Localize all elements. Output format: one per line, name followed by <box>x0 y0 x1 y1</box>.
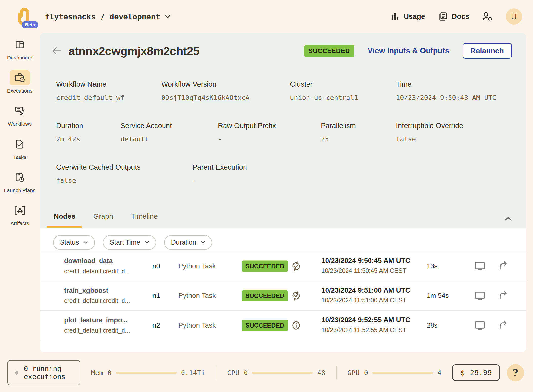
status-badge: SUCCEEDED <box>304 45 354 57</box>
chevron-down-icon <box>165 15 171 19</box>
tab-graph[interactable]: Graph <box>93 212 113 228</box>
monitor-icon <box>474 261 485 271</box>
table-row[interactable]: download_data credit_default.credit_d...… <box>40 251 526 281</box>
node-duration: 13s <box>427 262 438 270</box>
rerun-button[interactable] <box>498 291 508 301</box>
resource-meters: Mem 0 0.14Ti CPU 0 48 GPU 0 4 <box>80 366 452 379</box>
node-id: n1 <box>152 292 160 300</box>
avatar[interactable]: U <box>506 8 522 25</box>
filter-duration[interactable]: Duration <box>164 235 212 250</box>
beta-badge: Beta <box>22 21 38 28</box>
sidebar-label: Launch Plans <box>4 187 35 193</box>
status-badge: SUCCEEDED <box>242 290 288 301</box>
meta-duration: Duration 2m 42s <box>56 122 83 143</box>
bar-chart-icon <box>391 12 400 21</box>
sidebar-item-executions[interactable]: Executions <box>1 70 38 94</box>
node-id: n0 <box>152 262 160 270</box>
sidebar-label: Executions <box>7 88 33 94</box>
workflows-icon <box>10 103 30 118</box>
node-name-link[interactable]: plot_feature_impo... <box>64 316 128 324</box>
docs-button[interactable]: Docs <box>438 12 469 21</box>
currency-symbol: $ <box>460 369 465 377</box>
running-status-dot <box>15 371 18 375</box>
meta-parent-execution: Parent Execution - <box>192 163 247 184</box>
meta-row-2: Duration 2m 42s Service Account default … <box>40 122 526 149</box>
sidebar-item-workflows[interactable]: Workflows <box>1 103 38 127</box>
logs-button[interactable] <box>474 261 485 271</box>
node-type: Python Task <box>178 321 216 329</box>
workflow-version-link[interactable]: 09sjT10qTq4sK16kAOtxcA <box>161 94 250 101</box>
sidebar-item-artifacts[interactable]: Artifacts <box>1 203 38 226</box>
sidebar: Dashboard Executions Workflows <box>0 37 40 226</box>
docs-label: Docs <box>452 12 469 20</box>
node-start-local: 10/23/2024 11:50:45 AM CEST <box>321 267 406 274</box>
breadcrumb[interactable]: flytesnacks / development <box>45 12 171 21</box>
node-filters: Status Start Time Duration <box>40 228 526 251</box>
sidebar-item-dashboard[interactable]: Dashboard <box>1 37 38 61</box>
filter-start-time[interactable]: Start Time <box>103 235 156 250</box>
meta-workflow-version: Workflow Version 09sjT10qTq4sK16kAOtxcA <box>161 80 250 101</box>
topbar-actions: Usage Docs U <box>391 8 522 25</box>
union-logo[interactable]: Beta <box>12 5 35 28</box>
sidebar-label: Tasks <box>13 154 26 160</box>
view-inputs-outputs-link[interactable]: View Inputs & Outputs <box>368 46 449 55</box>
tab-nodes[interactable]: Nodes <box>54 212 76 228</box>
execution-detail-card: atnnx2cwgmjx8m2cht25 SUCCEEDED View Inpu… <box>40 33 526 352</box>
sidebar-label: Dashboard <box>7 55 33 61</box>
node-table: download_data credit_default.credit_d...… <box>40 251 526 352</box>
help-button[interactable]: ? <box>507 364 524 381</box>
monitor-icon <box>474 320 485 330</box>
nodes-panel: Status Start Time Duration download <box>40 228 526 352</box>
meta-row-1: Workflow Name credit_default_wf Workflow… <box>40 80 526 108</box>
sidebar-label: Artifacts <box>10 220 29 226</box>
table-footer-spacer <box>40 340 526 352</box>
node-start-local: 10/23/2024 11:52:55 AM CEST <box>321 326 406 333</box>
meta-interruptible-override: Interruptible Override false <box>396 122 463 143</box>
monitor-icon <box>474 291 485 301</box>
tab-bar: Nodes Graph Timeline <box>40 206 526 228</box>
node-start-utc: 10/23/2024 9:50:45 AM UTC <box>321 257 410 265</box>
info-icon[interactable] <box>291 320 302 331</box>
back-button[interactable] <box>50 44 63 58</box>
cache-hit-icon <box>291 261 302 272</box>
collapse-panel-button[interactable] <box>504 216 512 228</box>
meta-time: Time 10/23/2024 9:50:43 AM UTC <box>396 80 496 101</box>
cache-hit-icon <box>291 290 302 301</box>
topbar: Beta flytesnacks / development Usage <box>0 0 533 33</box>
usage-button[interactable]: Usage <box>391 12 425 21</box>
sidebar-item-tasks[interactable]: Tasks <box>1 137 38 160</box>
node-duration: 1m 54s <box>427 292 449 299</box>
rerun-button[interactable] <box>498 261 508 271</box>
sidebar-item-launch-plans[interactable]: Launch Plans <box>1 170 38 193</box>
tab-timeline[interactable]: Timeline <box>131 212 158 228</box>
node-name-link[interactable]: train_xgboost <box>64 287 108 294</box>
redo-arrow-icon <box>498 320 508 330</box>
node-task-id: credit_default.credit_d... <box>64 327 130 334</box>
cost-button[interactable]: $ 29.99 <box>452 364 500 381</box>
workflow-name-link[interactable]: credit_default_wf <box>56 94 124 101</box>
redo-arrow-icon <box>498 291 508 301</box>
table-row[interactable]: plot_feature_impo... credit_default.cred… <box>40 310 526 340</box>
chevron-down-icon <box>145 241 149 244</box>
table-row[interactable]: train_xgboost credit_default.credit_d...… <box>40 281 526 310</box>
node-name-link[interactable]: download_data <box>64 257 113 265</box>
status-badge: SUCCEEDED <box>242 260 288 272</box>
artifacts-icon <box>10 203 30 218</box>
meta-service-account: Service Account default <box>121 122 172 143</box>
rerun-button[interactable] <box>498 320 508 330</box>
statusbar: 0 running executions Mem 0 0.14Ti CPU 0 … <box>0 362 533 383</box>
node-duration: 28s <box>427 321 438 329</box>
meta-parallelism: Parallelism 25 <box>321 122 356 143</box>
relaunch-button[interactable]: Relaunch <box>463 43 512 59</box>
back-arrow-icon <box>52 47 62 55</box>
running-executions-pill[interactable]: 0 running executions <box>7 360 80 385</box>
filter-status[interactable]: Status <box>53 235 95 250</box>
logs-button[interactable] <box>474 320 485 330</box>
node-start-utc: 10/23/2024 9:52:55 AM UTC <box>321 316 410 324</box>
executions-icon <box>10 70 30 85</box>
admin-settings-button[interactable] <box>482 12 493 21</box>
node-task-id: credit_default.credit_d... <box>64 297 130 304</box>
node-start-utc: 10/23/2024 9:51:00 AM UTC <box>321 286 410 294</box>
logs-button[interactable] <box>474 291 485 301</box>
meta-row-3: Overwrite Cached Outputs false Parent Ex… <box>40 163 526 191</box>
